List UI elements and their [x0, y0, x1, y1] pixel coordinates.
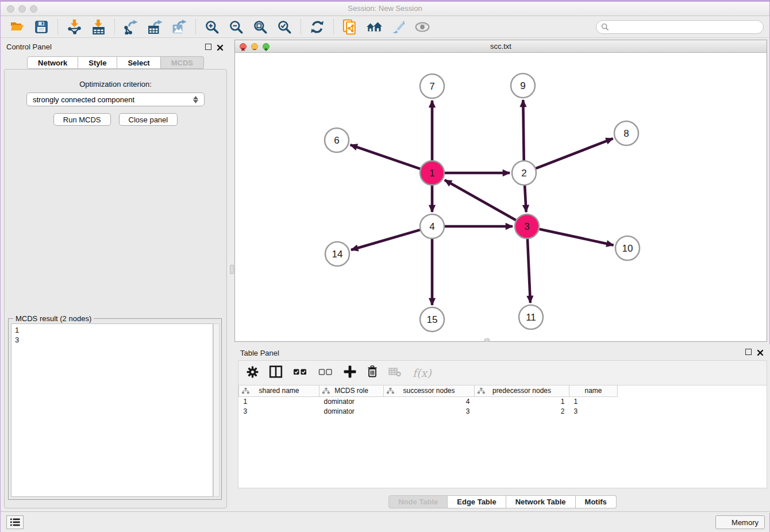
table-options-icon[interactable]	[247, 366, 259, 380]
table-panel-title: Table Panel	[240, 349, 279, 357]
export-network-icon[interactable]	[122, 19, 140, 35]
delete-column-icon[interactable]	[367, 365, 378, 380]
tab-edge-table[interactable]: Edge Table	[448, 495, 506, 508]
tab-network[interactable]: Network	[27, 56, 78, 69]
control-panel-title: Control Panel	[6, 43, 52, 51]
criterion-dropdown[interactable]: strongly connected component	[26, 92, 205, 106]
tab-select[interactable]: Select	[117, 56, 160, 69]
control-panel: Control Panel Network Style Select MCDS …	[1, 38, 230, 513]
search-input[interactable]	[609, 23, 763, 32]
graph-edge-3-11[interactable]	[528, 239, 530, 303]
window-title: Session: New Session	[1, 4, 769, 13]
status-bar: Memory	[1, 511, 769, 532]
eye-icon[interactable]	[414, 19, 431, 35]
task-history-button[interactable]	[6, 515, 24, 529]
table-toolbar: f(x)	[238, 360, 767, 385]
table-panel-header: Table Panel	[234, 344, 770, 360]
list-icon	[10, 518, 20, 526]
tab-mcds[interactable]: MCDS	[161, 56, 204, 69]
mcds-result-text[interactable]: 1 3	[11, 323, 213, 497]
col-mcds-role[interactable]: MCDS role	[319, 385, 384, 396]
graph-node-label-11: 11	[526, 312, 536, 323]
home-icon[interactable]	[365, 19, 383, 35]
column-tree-icon	[387, 388, 394, 396]
close-table-panel-icon[interactable]	[757, 348, 764, 358]
delete-table-icon[interactable]	[388, 367, 402, 379]
network-graph[interactable]: 7968124314101511	[235, 53, 767, 341]
table-panel: Table Panel	[234, 344, 770, 513]
col-predecessor-nodes[interactable]: predecessor nodes	[475, 385, 569, 396]
close-panel-button[interactable]: Close panel	[119, 113, 178, 126]
tab-node-table[interactable]: Node Table	[388, 495, 448, 508]
col-name[interactable]: name	[569, 385, 618, 396]
zoom-selected-icon[interactable]	[276, 19, 293, 35]
export-table-icon[interactable]	[147, 19, 164, 35]
main-toolbar	[1, 16, 769, 38]
save-session-icon[interactable]	[33, 19, 50, 35]
tab-motifs[interactable]: Motifs	[576, 495, 617, 508]
criterion-label: Optimization criterion:	[5, 80, 226, 88]
memory-button[interactable]: Memory	[715, 515, 765, 529]
column-tree-icon	[242, 388, 249, 396]
graph-node-label-14: 14	[332, 249, 343, 260]
table-row[interactable]: 3dominator 32 3	[239, 406, 618, 416]
graph-node-label-6: 6	[334, 135, 339, 146]
network-canvas[interactable]: 7968124314101511	[235, 53, 767, 341]
graph-node-label-2: 2	[521, 168, 526, 179]
node-table: shared name MCDS role successor nodes pr…	[238, 385, 767, 488]
run-mcds-button[interactable]: Run MCDS	[53, 113, 111, 126]
apply-function-icon[interactable]: f(x)	[413, 367, 432, 379]
add-column-icon[interactable]	[344, 365, 356, 380]
col-successor-nodes[interactable]: successor nodes	[384, 385, 475, 396]
graph-edge-2-9[interactable]	[523, 100, 523, 160]
col-shared-name[interactable]: shared name	[239, 385, 319, 396]
graph-edge-3-10[interactable]	[539, 229, 613, 245]
zoom-out-icon[interactable]	[228, 19, 245, 35]
network-window-titlebar[interactable]: scc.txt	[235, 40, 767, 53]
graph-node-label-7: 7	[429, 81, 434, 92]
zoom-fit-icon[interactable]	[252, 19, 269, 35]
graph-node-label-10: 10	[622, 243, 633, 254]
tab-style[interactable]: Style	[78, 56, 117, 69]
graph-edge-2-8[interactable]	[536, 138, 613, 168]
network-window-title: scc.txt	[235, 42, 767, 51]
open-session-icon[interactable]	[9, 19, 26, 35]
close-panel-icon[interactable]	[217, 43, 224, 53]
graph-edge-1-6[interactable]	[351, 145, 421, 169]
zoom-in-icon[interactable]	[203, 19, 221, 35]
float-panel-icon[interactable]	[205, 44, 211, 50]
mcds-result-title: MCDS result (2 nodes)	[13, 314, 94, 323]
tab-network-table[interactable]: Network Table	[506, 495, 576, 508]
result-scrollbar[interactable]	[213, 323, 220, 497]
refresh-icon[interactable]	[309, 19, 326, 35]
select-all-icon[interactable]	[293, 367, 308, 379]
table-row[interactable]: 1dominator 41 1	[239, 396, 618, 406]
toolbar-separator	[114, 20, 115, 34]
new-network-icon[interactable]	[341, 19, 359, 35]
control-panel-tabs: Network Style Select MCDS	[1, 56, 230, 69]
toolbar-separator	[57, 20, 58, 34]
deselect-all-icon[interactable]	[318, 367, 333, 379]
search-icon	[601, 23, 609, 31]
graph-node-label-8: 8	[623, 128, 629, 139]
import-table-icon[interactable]	[90, 19, 107, 35]
table-tabs: Node Table Edge Table Network Table Moti…	[234, 495, 770, 508]
search-field[interactable]	[596, 20, 764, 34]
graph-edge-3-1[interactable]	[445, 180, 516, 220]
column-tree-icon	[322, 388, 330, 396]
horizontal-splitter-grip[interactable]	[484, 338, 490, 342]
column-tree-icon	[478, 388, 485, 396]
graph-node-label-3: 3	[524, 221, 529, 232]
float-table-panel-icon[interactable]	[745, 349, 752, 355]
app-window: Session: New Session	[0, 0, 770, 532]
graph-node-label-4: 4	[429, 221, 434, 232]
toolbar-separator	[195, 20, 196, 34]
split-panel-icon[interactable]	[269, 365, 283, 380]
export-image-icon[interactable]	[171, 19, 188, 35]
graph-edge-2-3[interactable]	[525, 186, 526, 212]
show-graphics-details-icon[interactable]	[390, 19, 407, 35]
mcds-panel: Optimization criterion: strongly connect…	[4, 69, 227, 508]
vertical-splitter-grip[interactable]	[230, 265, 234, 274]
graph-edge-4-14[interactable]	[351, 230, 420, 250]
import-network-icon[interactable]	[66, 19, 83, 35]
